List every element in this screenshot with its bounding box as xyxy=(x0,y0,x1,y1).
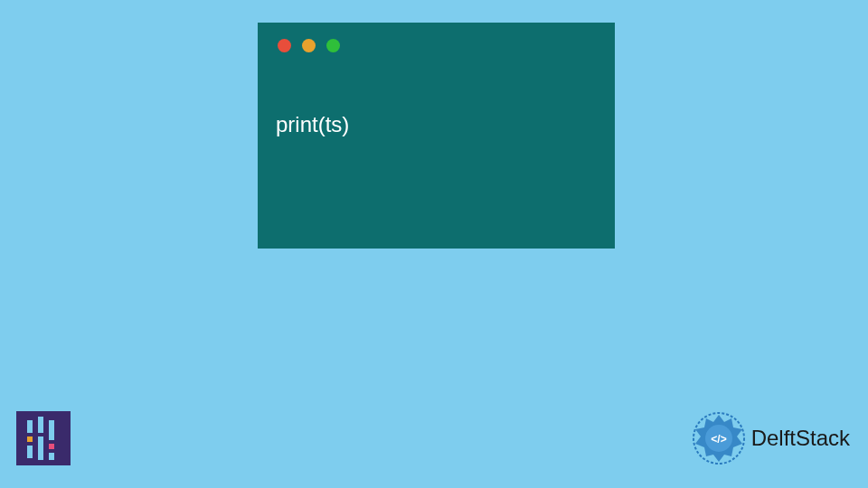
brand-logo: </> DelftStack xyxy=(692,411,850,465)
code-text: print(ts) xyxy=(276,112,349,136)
svg-rect-3 xyxy=(27,446,33,458)
svg-rect-2 xyxy=(27,436,33,442)
svg-rect-8 xyxy=(49,453,54,460)
svg-rect-5 xyxy=(38,436,43,460)
svg-text:</>: </> xyxy=(711,433,726,446)
svg-rect-6 xyxy=(49,420,54,440)
left-logo-icon xyxy=(16,411,71,465)
code-window: print(ts) xyxy=(258,23,615,249)
svg-rect-7 xyxy=(49,444,54,449)
window-controls xyxy=(258,23,615,69)
code-content: print(ts) xyxy=(258,69,615,155)
svg-rect-1 xyxy=(27,420,33,433)
svg-rect-4 xyxy=(38,417,43,433)
brand-emblem-icon: </> xyxy=(692,411,746,465)
maximize-icon[interactable] xyxy=(326,39,340,52)
close-icon[interactable] xyxy=(278,39,291,52)
minimize-icon[interactable] xyxy=(302,39,316,52)
brand-name: DelftStack xyxy=(751,426,850,451)
